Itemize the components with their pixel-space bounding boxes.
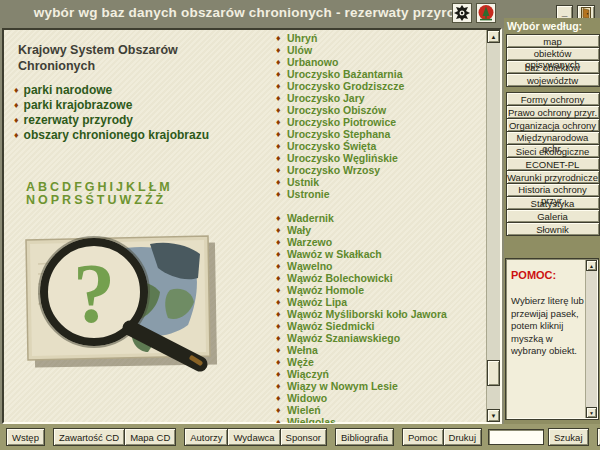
sidebar-button[interactable]: województw [506, 73, 600, 87]
letter-link[interactable]: D [62, 180, 71, 194]
szukaj-button[interactable]: Szukaj [548, 428, 589, 446]
wstep-button[interactable]: Wstęp [6, 428, 45, 446]
sidebar-button[interactable]: Statystyka [506, 196, 600, 210]
letter-link[interactable]: M [159, 180, 169, 194]
sidebar-button[interactable]: Historia ochrony przyr. [506, 183, 600, 197]
diamond-bullet-icon: ♦ [276, 357, 287, 367]
scroll-up-button[interactable]: ▲ [487, 30, 500, 43]
list-item[interactable]: ♦ Wąwóz Homole [276, 284, 488, 296]
sidebar-button[interactable]: Międzynarodowa ochr. [506, 131, 600, 145]
list-item[interactable]: ♦ Wąwóz Bolechowicki [276, 272, 488, 284]
list-item[interactable]: ♦ Urbanowo [276, 56, 488, 68]
list-item[interactable]: ♦ Wąwelno [276, 260, 488, 272]
list-item[interactable]: ♦ Wały [276, 224, 488, 236]
help-scroll-down-button[interactable]: ▼ [586, 407, 597, 418]
list-item[interactable]: ♦ Uroczysko Grodziszcze [276, 80, 488, 92]
bibliografia-button[interactable]: Bibliografia [335, 428, 394, 446]
list-item[interactable]: ♦ Uroczysko Piotrowice [276, 116, 488, 128]
list-item[interactable]: ♦ Ustronie [276, 188, 488, 200]
list-item[interactable]: ♦ Ulów [276, 44, 488, 56]
letter-link[interactable]: I [110, 180, 113, 194]
letter-link[interactable]: A [26, 180, 35, 194]
letter-link[interactable]: O [38, 193, 48, 207]
diamond-bullet-icon: ♦ [276, 393, 287, 403]
sidebar-button[interactable]: Warunki przyrodnicze [506, 170, 600, 184]
list-item[interactable]: ♦ Uroczysko Jary [276, 92, 488, 104]
letter-link[interactable]: F [74, 180, 82, 194]
autorzy-button[interactable]: Autorzy [184, 428, 228, 446]
help-scroll-up-button[interactable]: ▲ [586, 260, 597, 271]
scroll-down-button[interactable]: ▼ [487, 409, 500, 422]
search-input[interactable] [488, 429, 544, 445]
list-item[interactable]: ♦ Uroczysko Stephana [276, 128, 488, 140]
mapa-cd-button[interactable]: Mapa CD [124, 428, 176, 446]
list-item[interactable]: ♦ Wąwóz Szaniawskiego [276, 332, 488, 344]
letter-link[interactable]: Ź [145, 193, 153, 207]
sidebar-button[interactable]: Słownik [506, 222, 600, 236]
letter-link[interactable]: Z [134, 193, 142, 207]
sidebar-button[interactable]: Organizacja ochrony [506, 118, 600, 132]
list-item[interactable]: ♦ Wełna [276, 344, 488, 356]
list-item[interactable]: ♦ Węże [276, 356, 488, 368]
menu-item[interactable]: ♦ rezerwaty przyrody [14, 112, 209, 127]
list-item-label: Uroczysko Stephana [287, 128, 390, 140]
list-item[interactable]: ♦ Warzewo [276, 236, 488, 248]
list-item[interactable]: ♦ Wiączyń [276, 368, 488, 380]
scrollbar-thumb[interactable] [487, 360, 500, 386]
list-item[interactable]: ♦ Uroczysko Węglińskie [276, 152, 488, 164]
letter-link[interactable]: H [98, 180, 107, 194]
letter-link[interactable]: Ł [149, 180, 157, 194]
sidebar-button[interactable]: Sieci ekologiczne [506, 144, 600, 158]
list-item[interactable]: ♦ Wiązy w Nowym Lesie [276, 380, 488, 392]
drukuj-button[interactable]: Drukuj [443, 428, 482, 446]
pomoc-button[interactable]: Pomoc [402, 428, 444, 446]
wydawca-button[interactable]: Wydawca [227, 428, 280, 446]
sidebar-button[interactable]: ECONET-PL [506, 157, 600, 171]
list-item[interactable]: ♦ Uhryń [276, 32, 488, 44]
letter-link[interactable]: R [62, 193, 71, 207]
list-item[interactable]: ♦ Wąwóz Siedmicki [276, 320, 488, 332]
list-item[interactable]: ♦ Ustnik [276, 176, 488, 188]
sidebar-button[interactable]: Formy ochrony [506, 92, 600, 106]
menu-item[interactable]: ♦ parki narodowe [14, 82, 209, 97]
list-item[interactable]: ♦ Uroczysko Bażantarnia [276, 68, 488, 80]
letter-link[interactable]: U [107, 193, 116, 207]
letter-link[interactable]: G [85, 180, 95, 194]
letter-link[interactable]: S [74, 193, 82, 207]
letter-link[interactable]: K [126, 180, 135, 194]
list-item[interactable] [276, 200, 488, 212]
letter-link[interactable]: C [50, 180, 59, 194]
sidebar-button[interactable]: Prawo ochrony przyr. [506, 105, 600, 119]
scroll-top-button[interactable]: ^ [597, 428, 600, 446]
list-item[interactable]: ♦ Wąwóz Lipa [276, 296, 488, 308]
letter-link[interactable]: J [116, 180, 123, 194]
sidebar-button[interactable]: baz obiektów [506, 60, 600, 74]
list-item[interactable]: ♦ Widowo [276, 392, 488, 404]
list-item[interactable]: ♦ Wawóz w Skałkach [276, 248, 488, 260]
sidebar-button[interactable]: map [506, 34, 600, 48]
list-item[interactable]: ♦ Wąwóz Myśliborski koło Jawora [276, 308, 488, 320]
list-item[interactable]: ♦ Wieleń [276, 404, 488, 416]
letter-link[interactable]: Ż [156, 193, 164, 207]
list-item-label: Uroczysko Obiszów [287, 104, 386, 116]
help-scrollbar[interactable]: ▲ ▼ [585, 260, 597, 418]
sidebar-button[interactable]: Galeria [506, 209, 600, 223]
list-item[interactable]: ♦ Wadernik [276, 212, 488, 224]
menu-item[interactable]: ♦ obszary chronionego krajobrazu [14, 127, 209, 142]
letter-link[interactable]: L [138, 180, 146, 194]
zawartosc-cd-button[interactable]: Zawartość CD [53, 428, 125, 446]
letter-link[interactable]: Ś [85, 193, 93, 207]
letter-link[interactable]: T [97, 193, 105, 207]
list-item[interactable]: ♦ Wielgolas [276, 416, 488, 423]
sponsor-button[interactable]: Sponsor [280, 428, 327, 446]
letter-link[interactable]: N [26, 193, 35, 207]
list-item[interactable]: ♦ Uroczysko Święta [276, 140, 488, 152]
list-item[interactable]: ♦ Uroczysko Obiszów [276, 104, 488, 116]
letter-link[interactable]: P [51, 193, 59, 207]
letter-link[interactable]: B [38, 180, 47, 194]
list-item[interactable]: ♦ Uroczysko Wrzosy [276, 164, 488, 176]
list-scrollbar[interactable]: ▲ ▼ [486, 30, 500, 422]
sidebar-button[interactable]: obiektów opisywanych [506, 47, 600, 61]
letter-link[interactable]: W [120, 193, 132, 207]
menu-item[interactable]: ♦ parki krajobrazowe [14, 97, 209, 112]
